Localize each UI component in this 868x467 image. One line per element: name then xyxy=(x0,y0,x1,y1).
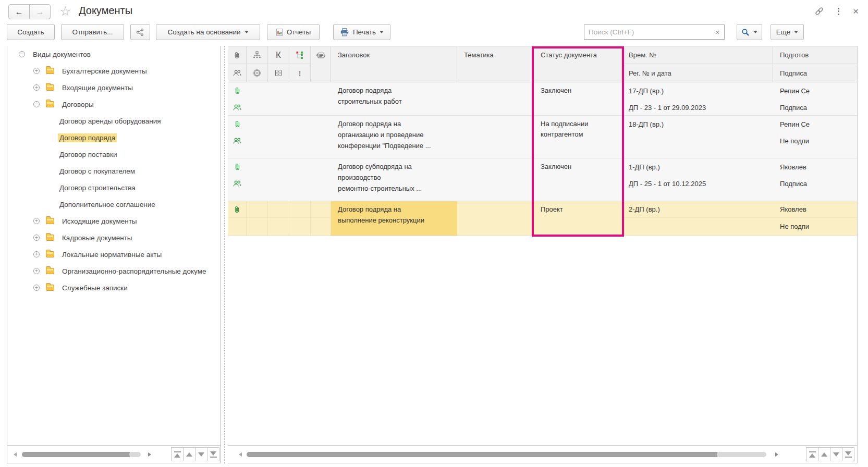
tree-item-lokalnye-akty[interactable]: Локальные нормативные акты xyxy=(7,246,221,263)
document-title: Договор подряда наорганизацию и проведен… xyxy=(331,116,457,158)
scroll-down-button[interactable] xyxy=(830,447,842,461)
create-based-on-button[interactable]: Создать на основании xyxy=(156,24,260,40)
expand-icon[interactable] xyxy=(33,251,40,257)
expand-icon[interactable] xyxy=(33,84,40,91)
scroll-right-arrow[interactable] xyxy=(775,452,778,457)
document-status: Заключен xyxy=(534,158,622,201)
participants-icon xyxy=(228,99,247,116)
tree-item-ishodyashchie[interactable]: Исходящие документы xyxy=(7,213,221,229)
col-docflow[interactable] xyxy=(311,46,331,82)
scroll-to-bottom-button[interactable] xyxy=(842,447,854,461)
col-header-numbers[interactable]: Врем. № Рег. № и дата xyxy=(622,46,773,82)
tree-item-dogovor-arendy[interactable]: Договор аренды оборудования xyxy=(7,113,221,129)
send-button[interactable]: Отправить... xyxy=(61,24,124,40)
folder-icon xyxy=(46,235,54,241)
expand-icon[interactable] xyxy=(33,235,40,241)
scroll-left-arrow[interactable] xyxy=(239,452,242,457)
more-menu-icon[interactable] xyxy=(836,7,841,16)
link-icon[interactable] xyxy=(814,6,824,16)
toolbar: Создать Отправить... Создать на основани… xyxy=(0,24,868,42)
tree-root-vidy-dokumentov[interactable]: Виды документов xyxy=(7,46,221,63)
tree-item-dogovor-s-pokupatelem[interactable]: Договор с покупателем xyxy=(7,163,221,179)
tree-item-label: Локальные нормативные акты xyxy=(60,250,163,259)
collapse-icon[interactable] xyxy=(19,51,25,57)
tree-item-dogovor-postavki[interactable]: Договор поставки xyxy=(7,146,221,163)
print-button[interactable]: Печать xyxy=(333,24,390,40)
tree-item-vhodyashchie[interactable]: Входящие документы xyxy=(7,79,221,96)
col-structure[interactable]: ! xyxy=(289,46,311,82)
scroll-left-arrow[interactable] xyxy=(14,452,17,457)
scroll-right-arrow[interactable] xyxy=(148,452,151,457)
tree-item-dogovor-podryada[interactable]: Договор подряда xyxy=(7,129,221,146)
send-button-label: Отправить... xyxy=(72,28,113,36)
reports-button-label: Отчеты xyxy=(287,28,311,36)
search-icon xyxy=(741,28,750,36)
folder-icon xyxy=(46,251,54,257)
document-prepared-by: Репин Се xyxy=(773,82,857,99)
reports-button[interactable]: Отчеты xyxy=(267,24,320,40)
scroll-up-button[interactable] xyxy=(183,447,195,461)
create-button[interactable]: Создать xyxy=(7,24,55,40)
expand-icon[interactable] xyxy=(33,218,40,224)
expand-icon[interactable] xyxy=(33,268,40,274)
back-button[interactable] xyxy=(8,4,30,19)
table-row[interactable]: Договор субподряда напроизводстворемонтн… xyxy=(228,158,857,201)
colored-tree-icon xyxy=(289,46,310,64)
tree-item-buhgalterskie[interactable]: Бухгалтерские документы xyxy=(7,63,221,79)
tree-item-dogovor-stroitelstva[interactable]: Договор строительства xyxy=(7,179,221,196)
tree-item-dogovory[interactable]: Договоры xyxy=(7,96,221,113)
document-status: Заключен xyxy=(534,82,622,116)
col-header-status[interactable]: Статус документа xyxy=(534,46,622,82)
forward-button[interactable] xyxy=(29,4,51,19)
chevron-down-icon xyxy=(380,31,384,33)
chevron-down-icon xyxy=(753,31,757,33)
horizontal-scrollbar-thumb[interactable] xyxy=(247,452,719,457)
more-button[interactable]: Еще xyxy=(771,24,804,40)
document-sign-state: Не подпи xyxy=(773,132,857,149)
col-header-people[interactable]: Подготов Подписа xyxy=(773,46,857,82)
document-prepared-by: Репин Се xyxy=(773,116,857,132)
tree-item-kadrovye[interactable]: Кадровые документы xyxy=(7,229,221,246)
window-controls xyxy=(814,6,859,16)
scroll-to-bottom-button[interactable] xyxy=(207,447,219,461)
scroll-to-top-button[interactable] xyxy=(171,447,184,461)
share-button[interactable] xyxy=(130,24,150,40)
scroll-to-top-button[interactable] xyxy=(806,447,818,461)
col-attachments[interactable] xyxy=(228,46,247,82)
col-hierarchy[interactable] xyxy=(247,46,268,82)
panel-splitter[interactable] xyxy=(224,46,225,463)
exclamation-icon: ! xyxy=(299,69,301,78)
tree-item-sluzhebnye-zapiski[interactable]: Служебные записки xyxy=(7,279,221,296)
document-sign-state: Не подпи xyxy=(773,218,857,235)
table-row-selected[interactable]: Договор подряда навыполнение реконструкц… xyxy=(228,201,857,236)
horizontal-scrollbar-extension xyxy=(129,452,141,457)
tree-item-org-rasporyaditelnye[interactable]: Организационно-распорядительные докуме xyxy=(7,263,221,279)
document-theme xyxy=(457,201,534,236)
tree-item-dop-soglashenie[interactable]: Дополнительное соглашение xyxy=(7,196,221,213)
table-body: Договор подрядастроительных работ Заключ… xyxy=(228,82,857,236)
horizontal-scrollbar-thumb[interactable] xyxy=(22,452,131,457)
search-clear-icon[interactable] xyxy=(711,25,724,39)
col-controlled[interactable]: К xyxy=(268,46,289,82)
expand-icon[interactable] xyxy=(33,68,40,74)
documents-panel: К ! xyxy=(228,46,858,463)
col-header-theme[interactable]: Тематика xyxy=(457,46,534,82)
app-window: Документы Создать Отправить... xyxy=(0,0,868,467)
table-row[interactable]: Договор подрядастроительных работ Заключ… xyxy=(228,82,857,116)
scroll-up-button[interactable] xyxy=(818,447,830,461)
tree-item-label: Договоры xyxy=(60,100,95,109)
favorite-star-icon[interactable] xyxy=(59,4,71,19)
col-header-title[interactable]: Заголовок xyxy=(331,46,457,82)
collapse-icon[interactable] xyxy=(33,101,40,107)
search-button[interactable] xyxy=(737,24,762,40)
search-input[interactable] xyxy=(584,28,711,36)
col-header-signed: Подписа xyxy=(773,64,857,82)
tree-item-label: Исходящие документы xyxy=(60,217,139,226)
table-row[interactable]: Договор подряда наорганизацию и проведен… xyxy=(228,116,857,158)
folder-icon xyxy=(46,268,54,274)
tree-item-label: Входящие документы xyxy=(60,83,135,92)
page-title: Документы xyxy=(79,5,132,17)
close-icon[interactable] xyxy=(853,8,859,15)
scroll-down-button[interactable] xyxy=(195,447,207,461)
expand-icon[interactable] xyxy=(33,285,40,291)
